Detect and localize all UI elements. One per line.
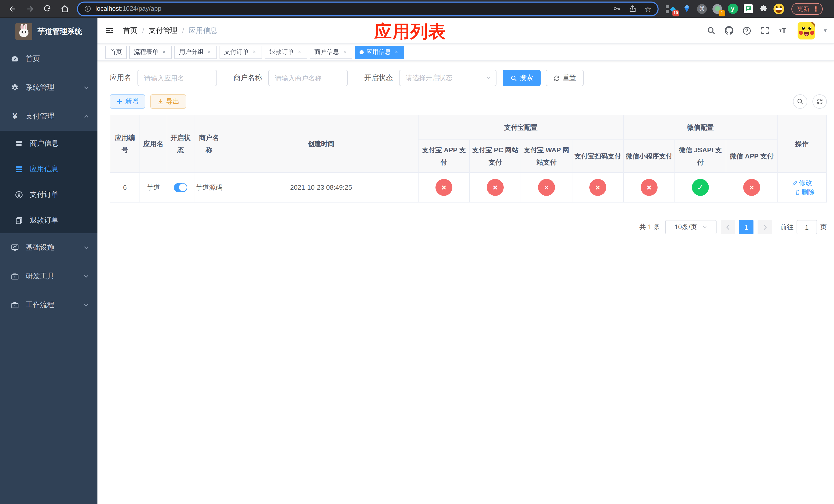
merchant-name-input[interactable] — [268, 70, 348, 86]
cross-circle-icon: × — [538, 179, 555, 196]
help-icon[interactable] — [742, 25, 752, 36]
address-bar[interactable]: localhost:1024/pay/app ☆ — [78, 2, 658, 15]
tab-close-icon[interactable]: × — [161, 49, 167, 55]
extension-diamond-icon[interactable]: ◆ 10 — [666, 3, 677, 14]
app-logo[interactable]: 芋道管理系统 — [0, 18, 97, 45]
sidebar-item-4[interactable]: 应用信息 — [0, 156, 97, 182]
cross-circle-icon: × — [589, 179, 606, 196]
goto-suffix: 页 — [820, 223, 827, 232]
search-icon[interactable] — [706, 25, 716, 36]
status-label: 开启状态 — [364, 73, 393, 83]
sidebar-item-7[interactable]: 基础设施 — [0, 233, 97, 262]
tab-close-icon[interactable]: × — [342, 49, 348, 55]
back-icon[interactable] — [5, 2, 20, 16]
font-size-icon[interactable]: тT — [777, 25, 788, 36]
cell-operations: 修改 删除 — [777, 173, 827, 202]
monitor-icon — [10, 244, 20, 252]
yen-icon: ¥ — [10, 112, 20, 120]
chevron-down-icon — [83, 245, 89, 251]
sidebar-item-label: 工作流程 — [26, 300, 77, 310]
prev-page-button[interactable] — [721, 220, 735, 234]
fullscreen-icon[interactable] — [760, 25, 770, 36]
breadcrumb-pay[interactable]: 支付管理 — [149, 26, 177, 35]
breadcrumb-home[interactable]: 首页 — [123, 26, 137, 35]
search-button[interactable]: 搜索 — [503, 70, 541, 86]
cell-config-5: ✓ — [675, 173, 726, 202]
merchant-name-label: 商户名称 — [233, 73, 262, 83]
github-icon[interactable] — [724, 25, 734, 36]
sidebar-item-0[interactable]: 首页 — [0, 45, 97, 73]
forward-icon[interactable] — [23, 2, 37, 16]
col-app-id: 应用编号 — [110, 115, 140, 173]
sidebar-item-8[interactable]: 研发工具 — [0, 262, 97, 291]
sidebar-item-6[interactable]: 退款订单 — [0, 208, 97, 233]
extension-gem-icon[interactable] — [681, 3, 692, 14]
app-name-input[interactable] — [137, 70, 217, 86]
tab-6[interactable]: 应用信息× — [355, 45, 404, 59]
page-size-select[interactable]: 10条/页 — [665, 220, 717, 234]
browser-menu-icon[interactable]: ⋮ — [812, 5, 819, 13]
site-info-icon[interactable] — [84, 5, 91, 12]
sidebar-collapse-icon[interactable] — [104, 25, 115, 36]
toggle-search-button[interactable] — [793, 94, 807, 109]
status-toggle[interactable] — [174, 183, 187, 192]
extensions-puzzle-icon[interactable] — [758, 3, 769, 14]
status-select[interactable]: 请选择开启状态 — [399, 70, 497, 86]
tab-5[interactable]: 商户信息× — [310, 45, 352, 59]
extension-command-icon[interactable]: ⌘ — [697, 3, 707, 14]
col-created: 创建时间 — [224, 115, 418, 173]
bookmark-star-icon[interactable]: ☆ — [644, 5, 652, 13]
tab-close-icon[interactable]: × — [393, 49, 399, 55]
page-content: 应用名 商户名称 开启状态 请选择开启状态 搜索 — [97, 61, 834, 504]
tab-close-icon[interactable]: × — [297, 49, 303, 55]
tab-3[interactable]: 支付订单× — [220, 45, 262, 59]
breadcrumb: 首页 / 支付管理 / 应用信息 — [123, 26, 218, 35]
password-key-icon[interactable] — [612, 5, 620, 13]
sidebar-item-1[interactable]: 系统管理 — [0, 73, 97, 102]
goto-page-input[interactable] — [796, 220, 817, 234]
sidebar-item-label: 首页 — [26, 54, 89, 64]
next-page-button[interactable] — [758, 220, 772, 234]
refresh-button[interactable] — [812, 94, 827, 109]
subcol-3: 支付宝扫码支付 — [572, 140, 623, 173]
user-avatar[interactable] — [797, 22, 815, 39]
delete-link[interactable]: 删除 — [794, 187, 815, 197]
sidebar-item-label: 应用信息 — [30, 165, 89, 174]
tab-close-icon[interactable]: × — [206, 49, 212, 55]
col-operations: 操作 — [777, 115, 827, 173]
tab-4[interactable]: 退款订单× — [265, 45, 307, 59]
add-button[interactable]: 新增 — [110, 94, 145, 109]
breadcrumb-separator: / — [142, 26, 144, 35]
doc-icon — [14, 216, 24, 225]
url-text[interactable]: localhost:1024/pay/app — [95, 5, 608, 12]
home-icon[interactable] — [58, 2, 72, 16]
tab-0[interactable]: 首页 — [105, 45, 127, 59]
reload-icon[interactable] — [40, 2, 54, 16]
extensions-row: ◆ 10 ⌘ 1 y — [666, 3, 784, 14]
reset-button[interactable]: 重置 — [546, 70, 584, 86]
avatar-caret-icon[interactable]: ▼ — [823, 28, 828, 33]
table-toolbar: 新增 导出 — [110, 94, 827, 109]
page-number-1[interactable]: 1 — [739, 220, 753, 234]
tab-2[interactable]: 用户分组× — [174, 45, 217, 59]
extension-chat-icon[interactable] — [743, 3, 753, 14]
profile-emoji-icon[interactable] — [773, 3, 784, 14]
sidebar-item-2[interactable]: ¥支付管理 — [0, 102, 97, 131]
active-dot — [359, 50, 364, 54]
tab-1[interactable]: 流程表单× — [129, 45, 172, 59]
sidebar-item-5[interactable]: 支付订单 — [0, 182, 97, 208]
app-title: 芋道管理系统 — [38, 26, 82, 36]
cell-config-4: × — [623, 173, 675, 202]
extension-y-icon[interactable]: y — [727, 3, 738, 14]
export-button[interactable]: 导出 — [150, 94, 186, 109]
tab-close-icon[interactable]: × — [251, 49, 258, 55]
browser-update-button[interactable]: 更新 ⋮ — [791, 3, 823, 15]
extension-recorder-icon[interactable]: 1 — [712, 3, 723, 14]
sidebar-item-9[interactable]: 工作流程 — [0, 291, 97, 319]
sidebar-menu: 首页系统管理¥支付管理商户信息应用信息支付订单退款订单基础设施研发工具工作流程 — [0, 45, 97, 504]
col-app-name: 应用名 — [140, 115, 167, 173]
share-icon[interactable] — [629, 5, 636, 13]
edit-link[interactable]: 修改 — [792, 178, 812, 187]
sidebar-item-3[interactable]: 商户信息 — [0, 131, 97, 156]
tags-view-bar: 首页流程表单×用户分组×支付订单×退款订单×商户信息×应用信息× — [97, 44, 834, 61]
